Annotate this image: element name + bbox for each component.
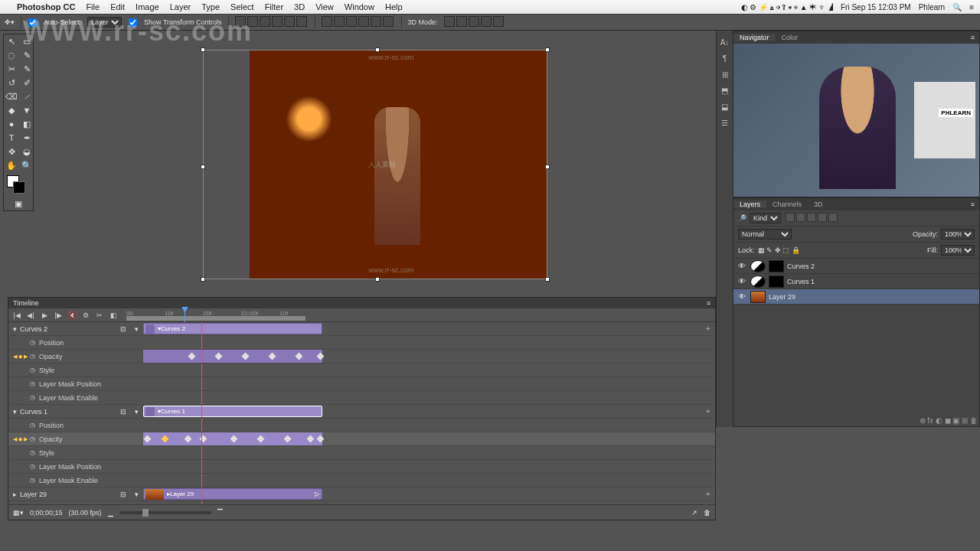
track-menu-icon[interactable]: ▾ bbox=[135, 408, 139, 416]
quickmask-toggle[interactable]: ▣ bbox=[4, 197, 33, 210]
layer-row-curves2[interactable]: 👁 Curves 2 bbox=[733, 259, 979, 274]
clip-curves2[interactable]: ▾ Curves 2 bbox=[143, 323, 322, 334]
move-tool-icon[interactable]: ✥▾ bbox=[5, 18, 15, 26]
keyframe[interactable] bbox=[188, 353, 196, 360]
keyframe[interactable] bbox=[215, 353, 223, 360]
lock-icons[interactable]: ▦ ✎ ✥ ⬚ 🔒 bbox=[758, 246, 800, 254]
transform-handle-r[interactable] bbox=[545, 165, 550, 169]
keyframe[interactable] bbox=[296, 353, 303, 360]
menu-3d[interactable]: 3D bbox=[294, 2, 305, 11]
settings-icon[interactable]: ⚙ bbox=[80, 310, 91, 321]
prev-frame[interactable]: ◀| bbox=[25, 310, 36, 321]
timeline-mode-icon[interactable]: ▦▾ bbox=[13, 509, 24, 517]
hand-tool[interactable]: ✋ bbox=[4, 158, 19, 172]
keyframe[interactable] bbox=[307, 435, 315, 443]
align-icons[interactable] bbox=[235, 16, 309, 28]
fx-icon[interactable] bbox=[145, 324, 155, 334]
menu-window[interactable]: Window bbox=[345, 2, 374, 11]
transform-bounding-box[interactable]: www.rr-sc.com 人人素材 www.rr-sc.com bbox=[203, 50, 547, 279]
track-curves1[interactable]: ▾Curves 1⊟▾ ▾ Curves 1 + bbox=[8, 405, 715, 419]
keyframe[interactable] bbox=[242, 353, 250, 360]
add-track-icon[interactable]: + bbox=[701, 490, 715, 498]
timecode[interactable]: 0;00;00;15 bbox=[30, 509, 63, 517]
menu-file[interactable]: File bbox=[86, 2, 100, 11]
add-track-icon[interactable]: + bbox=[701, 324, 715, 333]
move-tool[interactable]: ↖ bbox=[4, 34, 19, 48]
distribute-icons[interactable] bbox=[322, 16, 395, 28]
gradient-tool[interactable]: ▼ bbox=[19, 103, 34, 117]
tab-channels[interactable]: Channels bbox=[766, 201, 808, 208]
clip-curves1[interactable]: ▾ Curves 1 bbox=[143, 406, 322, 417]
track-menu-icon[interactable]: ▾ bbox=[135, 325, 139, 333]
lasso-tool[interactable]: ◌ bbox=[4, 48, 19, 62]
show-transform-checkbox[interactable] bbox=[129, 18, 137, 26]
keyframe[interactable] bbox=[144, 435, 152, 443]
zoom-tool[interactable]: 🔍 bbox=[19, 158, 34, 172]
split-icon[interactable]: ✂ bbox=[94, 310, 105, 321]
layer-row-curves1[interactable]: 👁 Curves 1 bbox=[733, 274, 979, 289]
brush-tool[interactable]: ✐ bbox=[19, 76, 34, 90]
goto-first-frame[interactable]: |◀ bbox=[11, 310, 22, 321]
panel-icon-3[interactable]: ⊞ bbox=[722, 70, 728, 79]
adjustment-thumb[interactable] bbox=[750, 260, 766, 272]
transform-handle-tr[interactable] bbox=[545, 47, 550, 52]
auto-select-checkbox[interactable] bbox=[28, 18, 37, 26]
tab-navigator[interactable]: Navigator bbox=[733, 34, 776, 41]
pen-tool[interactable]: ✒ bbox=[19, 131, 34, 145]
crop-tool[interactable]: ✂ bbox=[4, 62, 19, 76]
tab-3d[interactable]: 3D bbox=[808, 201, 829, 208]
disclosure-icon[interactable]: ⊟ bbox=[120, 325, 126, 333]
background-swatch[interactable] bbox=[13, 181, 25, 194]
color-swatches[interactable] bbox=[4, 172, 33, 191]
menu-help[interactable]: Help bbox=[385, 2, 403, 11]
play-button[interactable]: ▶ bbox=[39, 310, 50, 321]
panel-icon-6[interactable]: ☰ bbox=[721, 119, 728, 127]
keyframe[interactable] bbox=[230, 435, 238, 443]
shape-tool[interactable]: ◒ bbox=[19, 145, 34, 158]
menu-edit[interactable]: Edit bbox=[110, 2, 125, 11]
keyframe[interactable] bbox=[185, 435, 192, 443]
playhead[interactable] bbox=[185, 308, 185, 322]
layers-menu-icon[interactable]: ≡ bbox=[971, 201, 979, 208]
visibility-toggle[interactable]: 👁 bbox=[737, 277, 747, 285]
zoom-slider[interactable] bbox=[119, 511, 211, 514]
keyframe[interactable] bbox=[257, 435, 265, 443]
keyframe-nav[interactable]: ◀ ◆ ▶ bbox=[13, 354, 28, 360]
timeline-menu-icon[interactable]: ≡ bbox=[707, 299, 710, 307]
dodge-tool[interactable]: ◧ bbox=[19, 117, 34, 131]
opacity-track[interactable] bbox=[143, 350, 322, 363]
mute-button[interactable]: 🔇 bbox=[67, 310, 77, 321]
trash-icon[interactable]: 🗑 bbox=[704, 509, 710, 517]
menu-view[interactable]: View bbox=[315, 2, 334, 11]
visibility-toggle[interactable]: 👁 bbox=[737, 292, 747, 301]
keyframe-nav[interactable]: ◀ ◆ ▶ bbox=[13, 436, 28, 442]
marquee-tool[interactable]: ▭ bbox=[19, 34, 34, 48]
menubar-datetime[interactable]: Fri Sep 15 12:03 PM bbox=[841, 3, 911, 11]
keyframe-selected[interactable] bbox=[162, 435, 169, 443]
transform-handle-tl[interactable] bbox=[201, 47, 205, 52]
track-curves2[interactable]: ▾Curves 2⊟▾ ▾ Curves 2 + bbox=[8, 322, 715, 336]
eraser-tool[interactable]: ◆ bbox=[4, 103, 19, 117]
transition-icon[interactable]: ◧ bbox=[108, 310, 119, 321]
keyframe[interactable] bbox=[317, 435, 325, 443]
zoom-out-icon[interactable]: ▁ bbox=[108, 509, 113, 517]
menu-select[interactable]: Select bbox=[230, 2, 254, 11]
disclosure-icon[interactable]: ⊟ bbox=[120, 408, 126, 416]
menubar-user[interactable]: Phlearn bbox=[919, 3, 945, 11]
layer-row-layer29[interactable]: 👁 Layer 29 bbox=[733, 289, 979, 305]
stamp-tool[interactable]: ⌫ bbox=[4, 90, 19, 103]
layer-filter-icons[interactable] bbox=[784, 213, 838, 223]
fill-input[interactable]: 100% bbox=[941, 245, 975, 256]
opacity-track[interactable] bbox=[143, 432, 322, 445]
render-icon[interactable]: ↗ bbox=[691, 509, 697, 517]
para-panel-icon[interactable]: ¶ bbox=[723, 54, 727, 63]
work-area-bar[interactable] bbox=[126, 316, 305, 321]
fps-display[interactable]: (30.00 fps) bbox=[69, 509, 102, 517]
clip-layer29[interactable]: ▸ Layer 29▷ bbox=[143, 488, 322, 500]
transform-handle-b[interactable] bbox=[375, 277, 380, 282]
opacity-input[interactable]: 100% bbox=[941, 229, 975, 240]
blur-tool[interactable]: ● bbox=[4, 117, 19, 131]
spotlight-icon[interactable]: 🔍 bbox=[952, 3, 962, 11]
keyframe[interactable] bbox=[284, 435, 292, 443]
menu-image[interactable]: Image bbox=[136, 2, 159, 11]
